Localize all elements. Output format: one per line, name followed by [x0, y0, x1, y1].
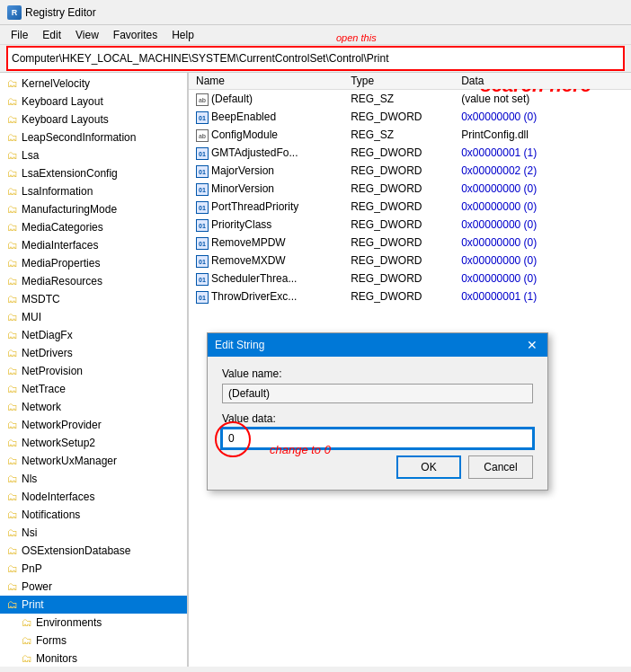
menu-item-view[interactable]: View	[68, 27, 106, 43]
folder-icon: 🗂	[7, 165, 18, 181]
tree-item[interactable]: 🗂LeapSecondInformation	[0, 128, 187, 146]
tree-item-label: MUI	[22, 309, 41, 325]
tree-item[interactable]: 🗂NodeInterfaces	[0, 488, 187, 506]
menu-item-help[interactable]: Help	[164, 27, 201, 43]
table-row[interactable]: 01ThrowDriverExc...REG_DWORD0x00000001 (…	[189, 287, 631, 305]
entry-name: MinorVersion	[211, 182, 274, 195]
tree-item[interactable]: 🗂MediaProperties	[0, 254, 187, 272]
table-row[interactable]: 01RemoveMXDWREG_DWORD0x00000000 (0)	[189, 252, 631, 270]
tree-item[interactable]: 🗂MediaCategories	[0, 218, 187, 236]
tree-item[interactable]: 🗂Forms	[0, 632, 187, 650]
cell-data: PrintConfig.dll	[454, 126, 631, 144]
tree-item[interactable]: 🗂MUI	[0, 308, 187, 326]
tree-item[interactable]: 🗂Lsa	[0, 146, 187, 164]
window-title: Registry Editor	[25, 6, 96, 19]
tree-item-label: Monitors	[36, 650, 77, 667]
table-row[interactable]: 01MajorVersionREG_DWORD0x00000002 (2)	[189, 162, 631, 180]
folder-icon: 🗂	[7, 561, 18, 577]
tree-item[interactable]: 🗂LsaInformation	[0, 182, 187, 200]
entry-name: PriorityClass	[211, 218, 271, 231]
tree-item[interactable]: 🗂MediaResources	[0, 272, 187, 290]
folder-icon: 🗂	[7, 579, 18, 595]
tree-item-label: Lsa	[22, 147, 39, 164]
tree-item[interactable]: 🗂Environments	[0, 614, 187, 632]
reg-dword-icon: 01	[196, 272, 211, 285]
folder-icon: 🗂	[7, 273, 18, 289]
tree-item[interactable]: 🗂Power	[0, 578, 187, 596]
reg-ab-icon: ab	[196, 128, 211, 141]
cell-data: 0x00000000 (0)	[454, 180, 631, 198]
tree-item[interactable]: 🗂NetTrace	[0, 380, 187, 398]
tree-item-label: Keyboard Layouts	[22, 111, 109, 128]
addressbar[interactable]	[7, 47, 624, 70]
table-row[interactable]: 01SchedulerThrea...REG_DWORD0x00000000 (…	[189, 270, 631, 287]
value-data-input[interactable]	[222, 429, 533, 448]
cell-type: REG_SZ	[343, 90, 454, 109]
dialog-body: Value name: Value data: OK Cancel	[208, 357, 547, 490]
table-row[interactable]: 01PortThreadPriorityREG_DWORD0x00000000 …	[189, 198, 631, 216]
entry-name: (Default)	[211, 93, 253, 105]
tree-item[interactable]: 🗂Network	[0, 398, 187, 416]
menu-item-favorites[interactable]: Favorites	[106, 27, 164, 43]
ok-button[interactable]: OK	[396, 455, 461, 479]
dialog-titlebar: Edit String ✕	[208, 333, 547, 357]
reg-dword-icon: 01	[196, 111, 211, 123]
tree-item[interactable]: 🗂PnP	[0, 560, 187, 578]
reg-dword-icon: 01	[196, 236, 211, 249]
tree-item[interactable]: 🗂NetProvision	[0, 362, 187, 380]
tree-item-label: NetDrivers	[22, 345, 73, 361]
table-row[interactable]: abConfigModuleREG_SZPrintConfig.dll	[189, 126, 631, 144]
cell-data: 0x00000001 (1)	[454, 287, 631, 305]
cell-data: 0x00000000 (0)	[454, 198, 631, 216]
table-row[interactable]: 01MinorVersionREG_DWORD0x00000000 (0)	[189, 180, 631, 198]
tree-item[interactable]: 🗂Keyboard Layout	[0, 93, 187, 111]
tree-item[interactable]: 🗂NetDrivers	[0, 344, 187, 362]
tree-item[interactable]: 🗂Keyboard Layouts	[0, 111, 187, 128]
tree-item[interactable]: 🗂Print	[0, 596, 187, 614]
table-row[interactable]: 01RemoveMPDWREG_DWORD0x00000000 (0)	[189, 234, 631, 252]
tree-item[interactable]: 🗂NetworkSetup2	[0, 434, 187, 452]
tree-item[interactable]: 🗂ManufacturingMode	[0, 200, 187, 218]
cancel-button[interactable]: Cancel	[468, 455, 533, 479]
tree-item[interactable]: 🗂OSExtensionDatabase	[0, 542, 187, 560]
cell-name: 01BeepEnabled	[189, 108, 343, 126]
table-row[interactable]: 01GMTAdjustedFo...REG_DWORD0x00000001 (1…	[189, 144, 631, 162]
cell-name: ab(Default)	[189, 90, 343, 109]
table-row[interactable]: 01BeepEnabledREG_DWORD0x00000000 (0)	[189, 108, 631, 126]
tree-item[interactable]: 🗂KernelVelocity	[0, 75, 187, 93]
tree-item-label: Nls	[22, 471, 37, 487]
menu-item-edit[interactable]: Edit	[35, 27, 68, 43]
folder-icon: 🗂	[7, 147, 18, 164]
tree-item-label: NetProvision	[22, 363, 83, 379]
entry-name: MajorVersion	[211, 164, 274, 177]
col-header-data: Data	[454, 73, 631, 90]
folder-icon: 🗂	[7, 435, 18, 451]
tree-item[interactable]: 🗂LsaExtensionConfig	[0, 164, 187, 182]
dialog-close-button[interactable]: ✕	[524, 337, 540, 353]
tree-item[interactable]: 🗂NetworkProvider	[0, 416, 187, 434]
entry-name: ConfigModule	[211, 128, 278, 141]
tree-item[interactable]: 🗂NetDiagFx	[0, 326, 187, 344]
table-row[interactable]: 01PriorityClassREG_DWORD0x00000000 (0)	[189, 216, 631, 234]
tree-item[interactable]: 🗂MSDTC	[0, 290, 187, 308]
titlebar: R Registry Editor	[0, 0, 631, 25]
tree-item[interactable]: 🗂Monitors	[0, 650, 187, 667]
tree-item[interactable]: 🗂Notifications	[0, 506, 187, 524]
tree-pane[interactable]: 🗂KernelVelocity🗂Keyboard Layout🗂Keyboard…	[0, 73, 189, 667]
address-input[interactable]	[12, 52, 619, 65]
tree-item[interactable]: 🗂Nsi	[0, 524, 187, 542]
cell-name: 01RemoveMXDW	[189, 252, 343, 270]
folder-icon: 🗂	[7, 381, 18, 397]
tree-item[interactable]: 🗂MediaInterfaces	[0, 236, 187, 254]
reg-dword-icon: 01	[196, 218, 211, 231]
menu-item-file[interactable]: File	[4, 27, 35, 43]
cell-type: REG_DWORD	[343, 287, 454, 305]
edit-string-dialog[interactable]: Edit String ✕ Value name: Value data: OK…	[207, 332, 548, 491]
cell-data: 0x00000000 (0)	[454, 252, 631, 270]
cell-type: REG_DWORD	[343, 234, 454, 252]
cell-data: 0x00000000 (0)	[454, 216, 631, 234]
tree-item[interactable]: 🗂NetworkUxManager	[0, 452, 187, 470]
tree-item[interactable]: 🗂Nls	[0, 470, 187, 488]
value-data-label: Value data:	[222, 412, 533, 425]
value-name-input[interactable]	[222, 384, 533, 403]
